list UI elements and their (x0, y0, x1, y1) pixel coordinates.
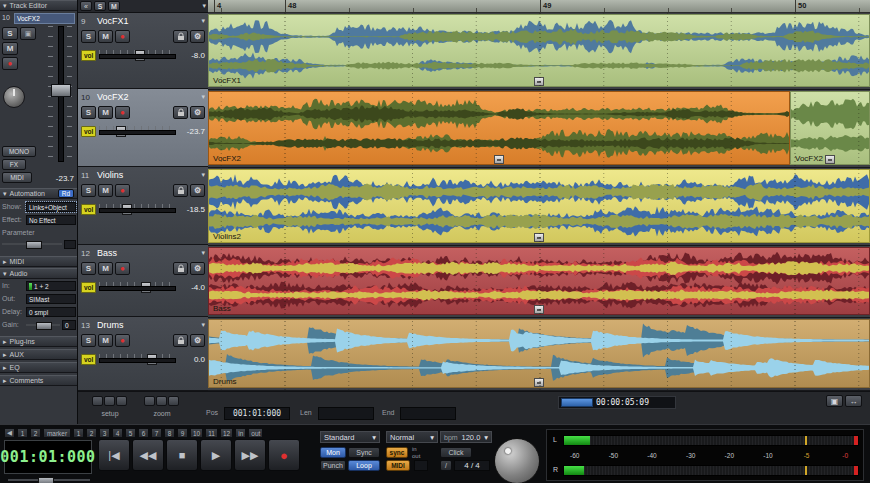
gear-icon[interactable]: ⚙ (190, 184, 205, 197)
aux-section-header[interactable]: ▸ AUX (0, 349, 77, 360)
record-button[interactable]: ● (2, 57, 18, 70)
track-header-bass[interactable]: 12Bass▾SM●⚙vol-4.0 (78, 245, 208, 317)
track-name[interactable]: VocFX2 (97, 92, 197, 102)
clip-handle[interactable] (534, 378, 544, 387)
marker-number-button[interactable]: 5 (125, 428, 136, 438)
gear-icon[interactable]: ⚙ (190, 334, 205, 347)
stop-button[interactable]: ■ (166, 439, 198, 471)
solo-button[interactable]: S (81, 334, 96, 347)
marker-number-button[interactable]: 10 (190, 428, 203, 438)
record-button[interactable]: ● (115, 262, 130, 275)
midi-section-header[interactable]: ▸ MIDI (0, 256, 77, 267)
mute-button[interactable]: M (2, 42, 18, 55)
scrollbar-thumb[interactable] (561, 398, 593, 407)
timeline-ruler[interactable]: 4484950 (208, 0, 870, 13)
record-button[interactable]: ● (115, 106, 130, 119)
parameter-slider[interactable] (2, 241, 62, 247)
marker-number-button[interactable]: 7 (151, 428, 162, 438)
grid-toggle-icon[interactable]: ▣ (826, 395, 843, 407)
mute-button[interactable]: M (98, 184, 113, 197)
chevron-down-icon[interactable]: ▾ (201, 249, 205, 257)
solo-button[interactable]: S (81, 106, 96, 119)
jog-wheel[interactable] (494, 438, 540, 483)
track-header-violins[interactable]: 11Violins▾SM●⚙vol-18.5 (78, 167, 208, 245)
track-lane-vocfx1[interactable]: VocFX1 (208, 13, 870, 90)
parameter-value[interactable] (64, 240, 76, 249)
track-lane-violins[interactable]: Violins2 (208, 168, 870, 246)
record-button[interactable]: ● (115, 184, 130, 197)
volume-slider[interactable] (99, 50, 176, 62)
end-field[interactable] (400, 407, 456, 420)
punch-out-button[interactable]: out (248, 428, 263, 438)
chevron-right-icon[interactable]: ▸ (3, 351, 7, 359)
arrangement-area[interactable]: VocFX1VocFX2VocFX2Violins2BassDrums (208, 13, 870, 391)
lock-icon[interactable] (173, 262, 188, 275)
forward-button[interactable]: ▶▶ (234, 439, 266, 471)
audio-in-value[interactable]: 1 + 2 (26, 281, 76, 291)
mode-dropdown[interactable]: Standard▾ (320, 431, 380, 443)
marker-number-button[interactable]: 9 (177, 428, 188, 438)
track-lane-bass[interactable]: Bass (208, 246, 870, 318)
chevron-down-icon[interactable]: ▾ (3, 2, 7, 10)
audio-clip-drums[interactable]: Drums (208, 319, 870, 388)
locator-button[interactable]: 1 (17, 428, 28, 438)
slider-handle[interactable] (26, 241, 42, 249)
selected-track-name[interactable]: VocFX2 (14, 13, 75, 24)
horizontal-scrollbar[interactable]: 00:00:05:09 (558, 396, 676, 409)
loop-button[interactable]: Loop (348, 460, 380, 471)
volume-fader[interactable] (48, 26, 72, 162)
toolbar-button[interactable] (92, 396, 103, 406)
lock-icon[interactable] (173, 106, 188, 119)
mute-button[interactable]: M (98, 30, 113, 43)
pos-field[interactable]: 001:01:000 (224, 407, 290, 420)
solo-button[interactable]: S (81, 30, 96, 43)
track-name[interactable]: VocFX1 (97, 16, 197, 26)
len-field[interactable] (318, 407, 374, 420)
track-name[interactable]: Violins (97, 170, 197, 180)
track-name[interactable]: Bass (97, 248, 197, 258)
lock-icon[interactable] (173, 30, 188, 43)
marker-number-button[interactable]: 2 (86, 428, 97, 438)
volume-slider[interactable] (99, 282, 176, 294)
fit-view-icon[interactable]: ↔ (845, 395, 862, 407)
plugins-section-header[interactable]: ▸ Plug-ins (0, 336, 77, 347)
collapse-all-button[interactable]: « (80, 1, 92, 11)
chevron-down-icon[interactable]: ▾ (3, 270, 7, 278)
marker-number-button[interactable]: 1 (73, 428, 84, 438)
skip-start-button[interactable]: |◀ (98, 439, 130, 471)
marker-button[interactable]: marker (43, 428, 71, 438)
chevron-right-icon[interactable]: ▸ (3, 364, 7, 372)
volume-slider[interactable] (99, 204, 176, 216)
chevron-down-icon[interactable]: ▾ (201, 321, 205, 329)
midi-chip-button[interactable]: MIDI (386, 460, 410, 471)
marker-number-button[interactable]: 8 (164, 428, 175, 438)
slider-handle[interactable] (135, 50, 145, 61)
rewind-button[interactable]: ◀◀ (132, 439, 164, 471)
toolbar-button[interactable] (156, 396, 167, 406)
marker-number-button[interactable]: 11 (205, 428, 218, 438)
slider-handle[interactable] (38, 477, 54, 483)
bpm-field[interactable]: bpm120.0▾ (440, 431, 492, 443)
chevron-down-icon[interactable]: ▾ (201, 93, 205, 101)
lock-icon[interactable] (173, 184, 188, 197)
slider-handle[interactable] (116, 126, 126, 137)
click-button[interactable]: Click (440, 447, 472, 458)
marker-number-button[interactable]: 4 (112, 428, 123, 438)
comments-section-header[interactable]: ▸ Comments (0, 375, 77, 386)
clip-handle[interactable] (825, 155, 835, 164)
mute-button[interactable]: M (98, 106, 113, 119)
gear-icon[interactable]: ⚙ (190, 262, 205, 275)
record-button[interactable]: ● (115, 30, 130, 43)
chevron-right-icon[interactable]: ▸ (3, 338, 7, 346)
gain-slider[interactable] (26, 322, 60, 328)
locator-button[interactable]: ◀ (4, 428, 15, 438)
gear-icon[interactable]: ⚙ (190, 30, 205, 43)
toolbar-button[interactable] (168, 396, 179, 406)
tempo-mode-dropdown[interactable]: Normal▾ (386, 431, 438, 443)
gear-icon[interactable]: ⚙ (190, 106, 205, 119)
clip-handle[interactable] (494, 155, 504, 164)
mono-button[interactable]: MONO (2, 146, 36, 157)
sync-chip-button[interactable]: sync (386, 447, 408, 458)
monitor-icon[interactable]: ▣ (20, 27, 36, 40)
slider-handle[interactable] (122, 204, 132, 215)
